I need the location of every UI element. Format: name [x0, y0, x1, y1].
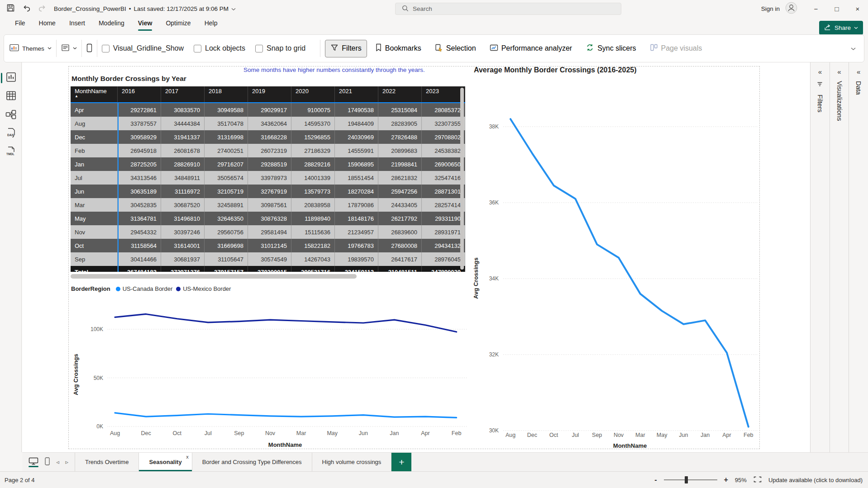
menu-modeling[interactable]: Modeling: [92, 17, 131, 31]
matrix-total-cell[interactable]: 310481511: [378, 266, 422, 272]
sidebar-item-dax-query-view[interactable]: DAX: [0, 124, 22, 143]
matrix-row-header[interactable]: Aug: [71, 117, 118, 130]
matrix-cell[interactable]: 21998841: [378, 157, 422, 171]
matrix-cell[interactable]: 30876328: [248, 212, 291, 225]
title-chevron-icon[interactable]: [231, 5, 236, 12]
matrix-row-header[interactable]: Jul: [71, 171, 118, 185]
document-title[interactable]: Border_Crossing_PowerBI • Last saved: 12…: [54, 5, 236, 12]
matrix-cell[interactable]: 26217792: [378, 212, 422, 225]
undo-icon[interactable]: [22, 4, 31, 14]
matrix-cell[interactable]: 31496810: [161, 212, 205, 225]
panel-rail-visualizations[interactable]: «Visualizations: [830, 62, 849, 452]
desktop-view-button[interactable]: [29, 457, 38, 467]
matrix-cell[interactable]: 29454332: [118, 225, 161, 239]
matrix-cell[interactable]: 11898940: [291, 212, 335, 225]
matrix-row-header[interactable]: Feb: [71, 144, 118, 157]
menu-insert[interactable]: Insert: [62, 17, 92, 31]
matrix-total-row[interactable]: Total36748418337297127637915715737020001…: [71, 266, 465, 272]
matrix-cell[interactable]: 27186329: [291, 144, 335, 157]
sidebar-item-table-view[interactable]: [0, 87, 22, 106]
sidebar-item-tmdl-view[interactable]: TMDL: [0, 143, 22, 161]
avg-line-chart-visual[interactable]: 38K36K34K32K30KAugDecOctJulSepNovMarMayJ…: [471, 72, 769, 452]
ribbon-sync-slicers-button[interactable]: Sync slicers: [580, 39, 641, 57]
matrix-column-header-2022[interactable]: 2022: [378, 86, 422, 102]
page-tab-seasonality[interactable]: Seasonalityx: [139, 453, 192, 471]
matrix-cell[interactable]: 14001339: [291, 171, 335, 185]
ribbon-toggle-visual-gridline-show[interactable]: Visual_Gridline_Show: [102, 44, 184, 52]
matrix-column-header-monthname[interactable]: MonthName▲: [71, 86, 118, 102]
matrix-cell[interactable]: 32646350: [205, 212, 248, 225]
matrix-cell[interactable]: 29288519: [248, 157, 291, 171]
matrix-row-jun[interactable]: Jun3063518931116972321057193276791913579…: [71, 185, 465, 198]
matrix-cell[interactable]: 30987561: [248, 198, 291, 212]
matrix-cell[interactable]: 32458891: [205, 198, 248, 212]
matrix-cell[interactable]: 34848911: [161, 171, 205, 185]
matrix-cell[interactable]: 15296855: [291, 130, 335, 144]
previous-page-button[interactable]: ◃: [56, 459, 59, 465]
ribbon-toggle-lock-objects[interactable]: Lock objects: [194, 44, 245, 52]
zoom-level[interactable]: 95%: [735, 477, 747, 483]
matrix-cell[interactable]: 14595370: [291, 117, 335, 130]
zoom-in-button[interactable]: +: [724, 476, 728, 484]
matrix-cell[interactable]: 30949588: [205, 103, 248, 117]
save-icon[interactable]: [6, 4, 15, 14]
matrix-cell[interactable]: 31158564: [118, 239, 161, 252]
ribbon-toggle-snap-to-grid[interactable]: Snap to grid: [255, 44, 305, 52]
matrix-cell[interactable]: 33978973: [248, 171, 291, 185]
checkbox-icon[interactable]: [102, 45, 110, 52]
matrix-cell[interactable]: 34444384: [161, 117, 205, 130]
matrix-cell[interactable]: 31012145: [248, 239, 291, 252]
mobile-view-button[interactable]: [45, 457, 50, 467]
matrix-cell[interactable]: 26900650: [422, 157, 465, 171]
matrix-cell[interactable]: 28976045: [422, 252, 465, 266]
matrix-cell[interactable]: 30687520: [161, 198, 205, 212]
series-line-avg-crossings[interactable]: [510, 119, 749, 426]
matrix-cell[interactable]: 30681937: [161, 252, 205, 266]
matrix-cell[interactable]: 35056574: [205, 171, 248, 185]
matrix-cell[interactable]: 9100075: [291, 103, 335, 117]
matrix-cell[interactable]: 29716207: [205, 157, 248, 171]
matrix-cell[interactable]: 28871301: [422, 185, 465, 198]
matrix-cell[interactable]: 28725205: [118, 157, 161, 171]
matrix-total-cell[interactable]: 224159112: [335, 266, 378, 272]
sidebar-item-model-view[interactable]: [0, 106, 22, 124]
matrix-total-cell[interactable]: 370200015: [248, 266, 291, 272]
matrix-column-header-2017[interactable]: 2017: [161, 86, 205, 102]
matrix-cell[interactable]: 28826910: [161, 157, 205, 171]
matrix-cell[interactable]: 15906895: [335, 157, 378, 171]
minimize-button[interactable]: −: [806, 0, 826, 17]
matrix-row-header[interactable]: Oct: [71, 239, 118, 252]
matrix-row-nov[interactable]: Nov2945433230397246295607562958149415115…: [71, 225, 465, 239]
matrix-cell[interactable]: 20899683: [378, 144, 422, 157]
mobile-layout-button[interactable]: [86, 43, 92, 54]
matrix-cell[interactable]: 29029917: [248, 103, 291, 117]
checkbox-icon[interactable]: [194, 45, 201, 52]
matrix-cell[interactable]: 24030969: [335, 130, 378, 144]
matrix-column-header-2018[interactable]: 2018: [205, 86, 248, 102]
matrix-row-header[interactable]: Apr: [71, 103, 118, 117]
matrix-cell[interactable]: 35170478: [205, 117, 248, 130]
checkbox-icon[interactable]: [255, 45, 263, 52]
sidebar-item-report-view[interactable]: [0, 69, 22, 87]
matrix-row-aug[interactable]: Aug3378755734444384351704783436206414595…: [71, 117, 465, 130]
matrix-row-header[interactable]: Jun: [71, 185, 118, 198]
matrix-cell[interactable]: 28283905: [378, 117, 422, 130]
search-input[interactable]: Search: [395, 3, 621, 15]
matrix-cell[interactable]: 30574549: [248, 252, 291, 266]
matrix-cell[interactable]: 18270284: [335, 185, 378, 198]
matrix-cell[interactable]: 32767919: [248, 185, 291, 198]
matrix-cell[interactable]: 28085372: [422, 103, 465, 117]
close-page-icon[interactable]: x: [186, 454, 189, 460]
matrix-total-cell[interactable]: 200531716: [291, 266, 335, 272]
matrix-row-header[interactable]: Mar: [71, 198, 118, 212]
zoom-out-button[interactable]: -: [654, 476, 657, 484]
matrix-cell[interactable]: 17490538: [335, 103, 378, 117]
matrix-cell[interactable]: 28931971: [422, 225, 465, 239]
matrix-total-cell[interactable]: 379157157: [205, 266, 248, 272]
matrix-row-mar[interactable]: Mar3045283530687520324588913098756120838…: [71, 198, 465, 212]
matrix-cell[interactable]: 30452835: [118, 198, 161, 212]
matrix-cell[interactable]: 28257414: [422, 198, 465, 212]
matrix-cell[interactable]: 24433405: [378, 198, 422, 212]
ribbon-bookmarks-button[interactable]: Bookmarks: [370, 39, 427, 57]
matrix-column-header-2019[interactable]: 2019: [248, 86, 291, 102]
